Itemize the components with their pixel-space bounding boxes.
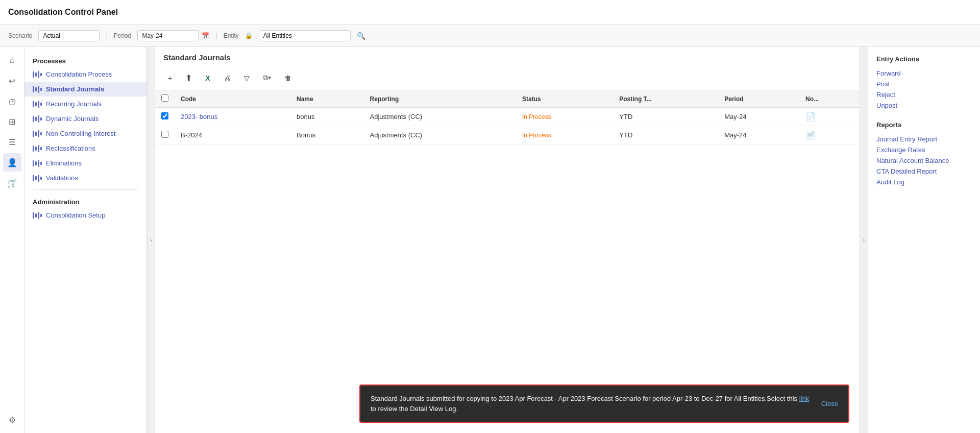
period-value[interactable]: May-24	[137, 30, 199, 41]
toast-link[interactable]: link	[799, 395, 810, 402]
report-audit-log[interactable]: Audit Log	[876, 177, 972, 187]
toast-close-button[interactable]: Close	[821, 400, 838, 407]
row1-checkbox-cell[interactable]	[155, 108, 175, 126]
sidebar-label-standard-journals: Standard Journals	[46, 85, 104, 93]
sidebar-item-consolidation-process[interactable]: Consolidation Process	[24, 67, 146, 82]
print-button[interactable]: 🖨	[219, 71, 235, 85]
toast-notification: Standard Journals submitted for copying …	[359, 384, 849, 423]
nav-shopping[interactable]: 🛒	[3, 174, 21, 192]
reports-title: Reports	[876, 121, 972, 129]
nav-person[interactable]: 👤	[3, 153, 21, 172]
col-checkbox	[155, 90, 175, 108]
content-area: Standard Journals + ⬆ X 🖨 ▽ ⧉▾ 🗑 Code Na…	[155, 47, 860, 433]
content-header: Standard Journals	[155, 47, 860, 66]
nav-back[interactable]: ↩	[3, 71, 21, 90]
page-title: Consolidation Control Panel	[8, 8, 118, 17]
sidebar-label-eliminations: Eliminations	[46, 159, 82, 167]
upload-button[interactable]: ⬆	[181, 70, 197, 86]
period-label: Period	[114, 32, 132, 39]
right-collapse-handle[interactable]: ›	[860, 47, 868, 433]
sidebar-label-recurring-journals: Recurring Journals	[46, 100, 102, 108]
row2-reporting: Adjustments (CC)	[364, 126, 516, 145]
processes-title: Processes	[24, 53, 146, 67]
toast-message: Standard Journals submitted for copying …	[371, 395, 799, 402]
sidebar-item-dynamic-journals[interactable]: Dynamic Journals	[24, 111, 146, 126]
action-unpost[interactable]: Unpost	[876, 100, 972, 111]
col-posting-type: Posting T...	[613, 90, 718, 108]
copy-button[interactable]: ⧉▾	[258, 70, 276, 85]
bars-icon	[33, 160, 42, 167]
delete-button[interactable]: 🗑	[280, 71, 296, 85]
action-forward[interactable]: Forward	[876, 68, 972, 79]
scenario-label: Scenario	[8, 32, 32, 39]
toolbar: + ⬆ X 🖨 ▽ ⧉▾ 🗑	[155, 66, 860, 90]
scenario-filter[interactable]: Actual	[38, 30, 100, 41]
nav-clock[interactable]: ◷	[3, 92, 21, 110]
entry-actions-title: Entry Actions	[876, 55, 972, 63]
bars-icon	[33, 86, 42, 93]
excel-button[interactable]: X	[201, 71, 214, 85]
nav-gear[interactable]: ⚙	[3, 411, 21, 429]
administration-title: Administration	[24, 194, 146, 208]
report-cta-detailed[interactable]: CTA Detailed Report	[876, 166, 972, 177]
row2-checkbox-cell[interactable]	[155, 126, 175, 145]
sidebar-item-consolidation-setup[interactable]: Consolidation Setup	[24, 208, 146, 223]
sidebar-item-recurring-journals[interactable]: Recurring Journals	[24, 97, 146, 111]
row2-doc[interactable]: 📄	[799, 126, 860, 145]
row2-name: Bonus	[290, 126, 364, 145]
row2-checkbox[interactable]	[161, 131, 168, 138]
table-row: B-2024 Bonus Adjustments (CC) In Process…	[155, 126, 860, 145]
entity-input[interactable]	[259, 30, 351, 41]
content-title: Standard Journals	[163, 53, 851, 62]
col-no: No...	[799, 90, 860, 108]
add-button[interactable]: +	[163, 71, 177, 85]
bars-icon	[33, 71, 42, 78]
bars-icon	[33, 115, 42, 123]
row1-reporting: Adjustments (CC)	[364, 108, 516, 126]
scenario-select[interactable]: Actual	[38, 30, 100, 41]
sidebar-item-validations[interactable]: Validations	[24, 171, 146, 185]
row1-code[interactable]: 2023- bonus	[175, 108, 290, 126]
lock-icon: 🔒	[245, 32, 253, 39]
nav-grid[interactable]: ⊞	[3, 112, 21, 131]
reports-section: Reports Journal Entry Report Exchange Ra…	[876, 121, 972, 187]
sidebar-label-dynamic-journals: Dynamic Journals	[46, 115, 99, 123]
report-exchange-rates[interactable]: Exchange Rates	[876, 145, 972, 155]
col-code: Code	[175, 90, 290, 108]
row2-code[interactable]: B-2024	[175, 126, 290, 145]
sidebar-item-eliminations[interactable]: Eliminations	[24, 156, 146, 171]
row2-status: In Process	[516, 126, 613, 145]
select-all-checkbox[interactable]	[161, 94, 168, 102]
row1-name: bonus	[290, 108, 364, 126]
journals-table: Code Name Reporting Status Posting T... …	[155, 90, 860, 145]
row1-checkbox[interactable]	[161, 112, 168, 119]
sidebar-item-standard-journals[interactable]: Standard Journals	[24, 82, 146, 97]
sidebar-item-non-controlling-interest[interactable]: Non Controlling Interest	[24, 126, 146, 141]
col-reporting: Reporting	[364, 90, 516, 108]
sidebar-label-consolidation-setup: Consolidation Setup	[46, 211, 105, 219]
table-container: Code Name Reporting Status Posting T... …	[155, 90, 860, 433]
report-natural-account-balance[interactable]: Natural Account Balance	[876, 155, 972, 166]
action-post[interactable]: Post	[876, 79, 972, 89]
report-journal-entry[interactable]: Journal Entry Report	[876, 134, 972, 145]
sidebar: Processes Consolidation Process Standard…	[24, 47, 147, 433]
bars-icon	[33, 130, 42, 137]
row1-doc[interactable]: 📄	[799, 108, 860, 126]
nav-table[interactable]: ☰	[3, 133, 21, 151]
col-period: Period	[718, 90, 799, 108]
right-panel: Entry Actions Forward Post Reject Unpost…	[868, 47, 980, 433]
sidebar-label-consolidation-process: Consolidation Process	[46, 70, 112, 78]
bars-icon	[33, 175, 42, 182]
filter-button[interactable]: ▽	[239, 71, 254, 85]
row2-period: May-24	[718, 126, 799, 145]
nav-home[interactable]: ⌂	[3, 51, 21, 69]
action-reject[interactable]: Reject	[876, 89, 972, 100]
col-name: Name	[290, 90, 364, 108]
sidebar-label-reclassifications: Reclassifications	[46, 145, 95, 152]
calendar-icon[interactable]: 📅	[202, 32, 209, 39]
main-layout: ⌂ ↩ ◷ ⊞ ☰ 👤 🛒 ⚙ Processes Consolidation …	[0, 47, 980, 433]
top-bar: Consolidation Control Panel	[0, 0, 980, 25]
left-collapse-handle[interactable]: ›	[147, 47, 155, 433]
sidebar-item-reclassifications[interactable]: Reclassifications	[24, 141, 146, 156]
entity-search-button[interactable]: 🔍	[357, 32, 365, 40]
